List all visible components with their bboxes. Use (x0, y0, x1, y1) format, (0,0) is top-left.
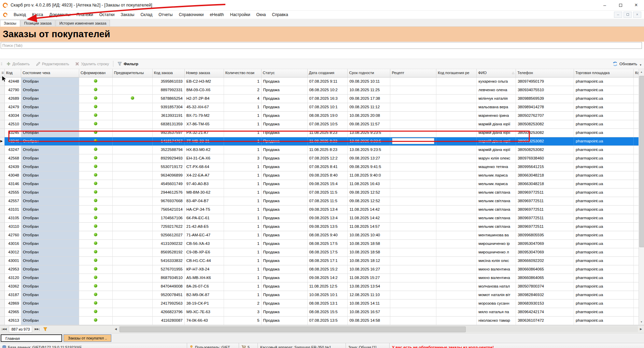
table-row[interactable]: 42689Отобран5878865254Н2-3Т-2Р-В44Продаж… (0, 95, 644, 103)
vertical-scroll-thumb[interactable] (639, 76, 644, 247)
first-page-button[interactable]: |◀◀ (0, 326, 8, 333)
tab-2[interactable]: История изменения заказа (56, 20, 110, 26)
scroll-left-icon[interactable]: ◀ (113, 326, 119, 332)
menu-item-6[interactable]: Склад (137, 12, 155, 17)
scroll-up-icon[interactable]: ▲ (639, 69, 644, 75)
table-row[interactable]: 43012Отобран8569528192С9-0В-ХР-Е61Продаж… (0, 248, 644, 257)
column-header-status[interactable]: Статус (262, 69, 308, 77)
green-status-dot-icon (94, 105, 97, 108)
menu-item-5[interactable]: Заказы (117, 12, 137, 17)
menu-item-11[interactable]: Окна (253, 12, 269, 17)
tab-1[interactable]: Позиции заказа (20, 20, 55, 26)
cell-state: Отобран (21, 282, 79, 291)
tab-0[interactable]: Заказы (0, 20, 20, 27)
column-header-state[interactable]: Состояние чека (21, 69, 79, 77)
menu-item-8[interactable]: Справочники (176, 12, 207, 17)
column-header-ocode[interactable]: Код заказа (153, 69, 185, 77)
menu-item-10[interactable]: Настройки (227, 12, 253, 17)
column-header-expires[interactable]: Срок годности (348, 69, 390, 77)
filter-button[interactable]: Фильтр (114, 60, 141, 68)
minimize-icon[interactable]: – (597, 0, 613, 10)
window-tab-home[interactable]: Главная (1, 334, 62, 342)
column-header-recipe[interactable]: Рецепт (390, 69, 436, 77)
vertical-scrollbar[interactable]: ▲ ▼ (639, 69, 644, 325)
menu-item-4[interactable]: Остатки (96, 12, 118, 17)
mdi-restore-icon[interactable] (624, 12, 632, 18)
table-row[interactable]: 43187Отобран9520078451В2-М9-0К-871Продаж… (0, 291, 644, 300)
column-header-code[interactable]: Код (5, 69, 21, 77)
table-row[interactable]: 42953Отобран5276701955КР-Н7-Х8-241Продаж… (0, 265, 644, 274)
status-queue-count: 5 (239, 343, 258, 348)
cell-ind (0, 154, 5, 163)
scroll-right-icon[interactable]: ▶ (638, 326, 644, 332)
scroll-down-icon[interactable]: ▼ (639, 319, 644, 325)
column-header-formed[interactable]: Сформирован (79, 69, 113, 77)
table-row[interactable]: 42568Отобран8929929493ЕН-31-СА-Х63Продаж… (0, 154, 644, 163)
column-header-market[interactable]: Торговая площадка (574, 69, 634, 77)
menu-item-2[interactable]: Документы (46, 12, 73, 17)
table-row[interactable]: 43001Отобран5416333832СВ-Н1-СС-441Продаж… (0, 257, 644, 265)
mdi-close-icon[interactable]: × (633, 12, 641, 18)
menu-item-12[interactable]: Справка (269, 12, 291, 17)
column-header-phone[interactable]: Телефон (516, 69, 574, 77)
menu-item-7[interactable]: Отчеты (155, 12, 176, 17)
table-row[interactable]: 43247Отобран3522588794НХ-В3-М0-К21Продаж… (0, 146, 644, 154)
column-header-prelim[interactable]: Предварительны (113, 69, 153, 77)
column-header-created[interactable]: Дата создания (308, 69, 348, 77)
table-row[interactable]: 43245Отобран9923537597РХ-32-21-К71Продаж… (0, 129, 644, 137)
table-row[interactable]: ▶43246Отобран14181747677Т-МВ-33-211Прода… (0, 137, 644, 146)
table-row[interactable]: 42439Отобран5530719172СТ-РХ-68-641Продаж… (0, 163, 644, 171)
table-row[interactable]: 43120Отобран8687934510А5-МВ-ХН-К61Продаж… (0, 274, 644, 282)
table-row[interactable]: 42555Отобран2944612576М8-ВМ-30-621Продаж… (0, 189, 644, 197)
cell-formed (79, 86, 113, 94)
mdi-minimize-icon[interactable]: – (614, 12, 622, 18)
cell-onum: 97-40-А0-В3 (185, 180, 224, 188)
table-row[interactable]: 42510Отобран6838131359Х7-86-ТМ-651Продаж… (0, 120, 644, 129)
window-tab-orders[interactable]: Заказы от покупател .. (64, 334, 111, 342)
horizontal-scrollbar[interactable]: ◀ (119, 326, 638, 332)
cell-formed (79, 206, 113, 214)
restore-icon[interactable] (613, 0, 628, 10)
menu-item-0[interactable]: Выход (11, 12, 29, 17)
column-header-onum[interactable]: Номер заказа (185, 69, 224, 77)
table-row[interactable]: 42479Отобран939185730445-32-ХН-671Продаж… (0, 103, 644, 112)
table-row[interactable]: 43362Отобран84704490088А-26-07-С61Продаж… (0, 282, 644, 291)
table-row[interactable]: 42557Отобран967693766883-4Р-04-В71Продаж… (0, 197, 644, 206)
close-icon[interactable]: × (628, 0, 644, 10)
table-row[interactable]: 42790Отобран8897992331ВМ-09-С0-Х62Продаж… (0, 86, 644, 95)
last-page-button[interactable]: ▶▶| (33, 326, 41, 333)
cell-redeem (436, 180, 477, 188)
table-row[interactable]: 42965Отобран4266823796М9-ХС-7Е-633Продаж… (0, 308, 644, 317)
column-header-qty[interactable]: Количество пози (224, 69, 262, 77)
edit-button[interactable]: Редактировать (33, 60, 72, 68)
search-input[interactable] (1, 42, 642, 49)
table-row[interactable]: 42613Отобран411628008774-0К-66-435Продаж… (0, 317, 644, 325)
table-row[interactable]: 42869Отобран241799256338-19-СК-Р12Продаж… (0, 300, 644, 308)
table-row[interactable]: 43048Отобран9634096899Х4-22-ЕА-А71Продаж… (0, 171, 644, 180)
cell-status: Продажа (262, 197, 308, 205)
recipe-edit-cell[interactable] (392, 138, 434, 144)
table-row[interactable]: 43105Отобран17045671066К-РА-ЕС-611Продаж… (0, 214, 644, 223)
table-row[interactable]: 43101Отобран7565421014НА-СР-34-Т51Продаж… (0, 206, 644, 214)
table-row[interactable]: 43110Отобран725921762221-42-А8-Е51Продаж… (0, 223, 644, 231)
menu-item-1[interactable]: Касса (29, 12, 46, 17)
refresh-dropdown-icon[interactable]: ▼ (639, 64, 642, 67)
table-row[interactable]: 43034Отобран3613931191ВХ-71-79-М21Продаж… (0, 112, 644, 120)
menu-item-3[interactable]: Платежи (73, 12, 96, 17)
column-header-redeem[interactable]: Код погашения ре (436, 69, 477, 77)
table-row[interactable]: 42448Отобран3595861033ЕВ-С2-Н3-М21Продаж… (0, 78, 644, 86)
refresh-button[interactable]: Обновить (613, 61, 639, 66)
column-header-ind[interactable]: ≣ (0, 69, 5, 77)
delete-row-button[interactable]: Удалить строку (72, 60, 112, 68)
table-row[interactable]: 43016Отобран4131090232СВ-56-ХА-431Продаж… (0, 240, 644, 248)
table-row[interactable]: 42760Отобран925661202771-АМ-ЕС-471Продаж… (0, 231, 644, 240)
toolbar-grip-icon: ⁞⁞ (1, 62, 2, 66)
cell-code: 43012 (5, 248, 21, 256)
column-header-fio[interactable]: ФИО△ (477, 69, 516, 77)
menu-item-9[interactable]: eHealth (207, 12, 227, 17)
table-row[interactable]: 43146Отобран454560174997-40-А0-В31Продаж… (0, 180, 644, 189)
add-button[interactable]: Добавить (3, 60, 33, 68)
cell-expires: 10.08.2025 10:40 (348, 231, 390, 239)
horizontal-scroll-thumb[interactable] (120, 326, 466, 332)
pager-filter-icon[interactable] (43, 327, 47, 331)
